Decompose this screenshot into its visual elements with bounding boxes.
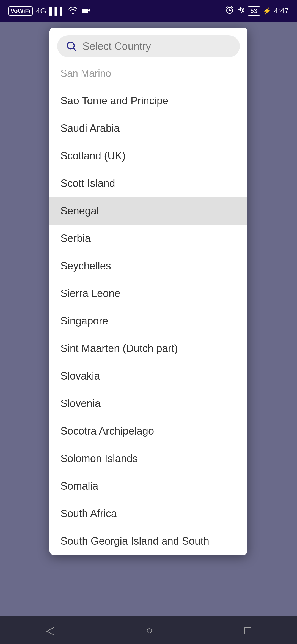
list-item[interactable]: Saudi Arabia — [50, 115, 248, 142]
vowifi-indicator: VoWiFi — [8, 6, 33, 16]
list-item[interactable]: South Georgia Island and South — [50, 528, 248, 555]
list-item[interactable]: Socotra Archipelago — [50, 417, 248, 445]
search-icon — [65, 40, 78, 52]
country-list[interactable]: San MarinoSao Tome and PrincipeSaudi Ara… — [50, 60, 248, 555]
back-button[interactable]: ◁ — [46, 624, 54, 637]
nav-bar: ◁ ○ □ — [0, 616, 297, 644]
recents-button[interactable]: □ — [244, 624, 251, 637]
list-item[interactable]: Serbia — [50, 225, 248, 252]
list-item[interactable]: Scott Island — [50, 170, 248, 197]
svg-line-5 — [227, 7, 228, 8]
svg-line-10 — [73, 48, 76, 51]
status-left: VoWiFi 4G ▌▌▌ — [8, 6, 91, 16]
charging-icon: ⚡ — [263, 7, 271, 15]
list-item[interactable]: Singapore — [50, 307, 248, 335]
search-bar[interactable] — [57, 35, 240, 57]
list-item[interactable]: Senegal — [50, 197, 248, 225]
status-right: 53 ⚡ 4:47 — [225, 6, 289, 17]
svg-rect-0 — [82, 9, 88, 13]
list-item[interactable]: Scotland (UK) — [50, 142, 248, 170]
signal-icon: ▌▌▌ — [50, 7, 65, 15]
list-item[interactable]: Sao Tome and Principe — [50, 87, 248, 115]
list-item[interactable]: San Marino — [50, 60, 248, 87]
wifi-icon — [68, 6, 78, 16]
mute-icon — [237, 6, 245, 17]
list-item[interactable]: Somalia — [50, 473, 248, 500]
list-item[interactable]: Sierra Leone — [50, 280, 248, 307]
modal-overlay: San MarinoSao Tome and PrincipeSaudi Ara… — [0, 22, 297, 616]
camera-icon — [81, 6, 91, 16]
search-input[interactable] — [82, 40, 232, 52]
network-indicator: 4G — [36, 7, 46, 15]
battery-indicator: 53 — [248, 6, 260, 16]
list-item[interactable]: Sint Maarten (Dutch part) — [50, 335, 248, 362]
list-item[interactable]: Seychelles — [50, 252, 248, 280]
svg-line-6 — [231, 7, 233, 8]
search-container — [50, 28, 248, 60]
clock: 4:47 — [274, 7, 289, 15]
svg-marker-1 — [88, 9, 90, 12]
country-select-modal: San MarinoSao Tome and PrincipeSaudi Ara… — [50, 28, 248, 555]
home-button[interactable]: ○ — [146, 624, 153, 637]
list-item[interactable]: Solomon Islands — [50, 445, 248, 473]
status-bar: VoWiFi 4G ▌▌▌ — [0, 0, 297, 22]
list-item[interactable]: Slovakia — [50, 362, 248, 390]
alarm-icon — [225, 6, 234, 17]
list-item[interactable]: Slovenia — [50, 390, 248, 417]
list-item[interactable]: South Africa — [50, 500, 248, 528]
